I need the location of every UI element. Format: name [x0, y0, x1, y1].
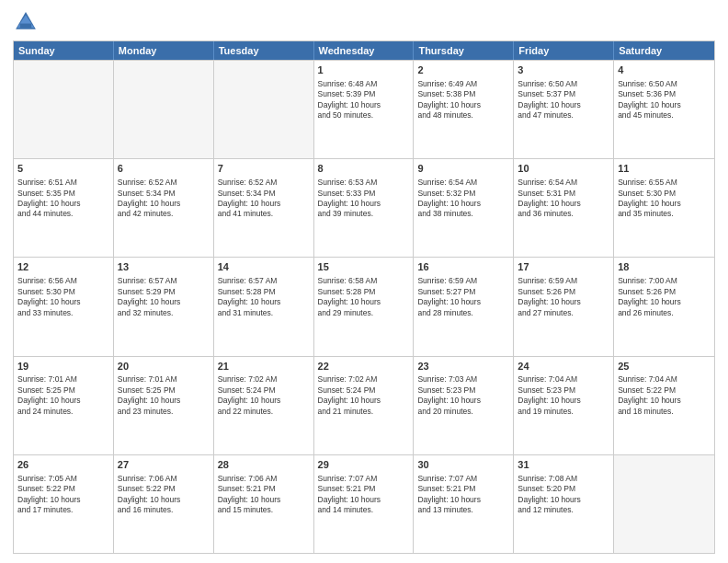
cal-cell-23: 23Sunrise: 7:03 AMSunset: 5:23 PMDayligh…: [414, 357, 514, 454]
day-info: Sunset: 5:23 PM: [518, 385, 609, 396]
day-number: 24: [518, 360, 609, 373]
day-info: Sunset: 5:21 PM: [318, 484, 410, 494]
day-info: Daylight: 10 hours: [218, 297, 310, 307]
day-info: Sunset: 5:25 PM: [17, 385, 109, 396]
day-number: 14: [218, 260, 310, 274]
calendar-row-0: 1Sunrise: 6:48 AMSunset: 5:39 PMDaylight…: [14, 60, 714, 158]
cal-cell-9: 9Sunrise: 6:54 AMSunset: 5:32 PMDaylight…: [414, 159, 514, 257]
cal-cell-27: 27Sunrise: 7:06 AMSunset: 5:22 PMDayligh…: [114, 455, 214, 553]
day-info: Daylight: 10 hours: [518, 100, 609, 110]
cal-cell-12: 12Sunrise: 6:56 AMSunset: 5:30 PMDayligh…: [14, 258, 114, 355]
cal-cell-empty-4-6: [614, 455, 714, 553]
day-info: Sunrise: 6:57 AM: [218, 276, 310, 286]
day-info: Sunset: 5:28 PM: [218, 287, 310, 297]
calendar-row-1: 5Sunrise: 6:51 AMSunset: 5:35 PMDaylight…: [14, 158, 714, 257]
day-info: Sunrise: 7:01 AM: [118, 374, 210, 385]
day-number: 7: [218, 162, 310, 176]
day-info: Daylight: 10 hours: [417, 297, 509, 307]
day-info: Sunrise: 6:53 AM: [318, 178, 410, 188]
day-number: 10: [518, 162, 609, 176]
cal-cell-empty-0-1: [114, 61, 214, 158]
page: SundayMondayTuesdayWednesdayThursdayFrid…: [0, 0, 728, 563]
day-info: Daylight: 10 hours: [118, 297, 210, 307]
day-info: Daylight: 10 hours: [318, 100, 410, 110]
day-info: Daylight: 10 hours: [17, 297, 109, 307]
calendar-header: SundayMondayTuesdayWednesdayThursdayFrid…: [14, 41, 714, 60]
cal-cell-28: 28Sunrise: 7:06 AMSunset: 5:21 PMDayligh…: [214, 455, 314, 553]
header-day-sunday: Sunday: [14, 41, 114, 60]
header-day-wednesday: Wednesday: [314, 41, 415, 60]
day-number: 21: [218, 360, 310, 373]
day-info: and 27 minutes.: [518, 308, 609, 318]
header-day-thursday: Thursday: [414, 41, 514, 60]
day-info: Sunset: 5:34 PM: [218, 189, 310, 199]
day-info: Sunrise: 6:54 AM: [518, 178, 609, 188]
day-info: Sunrise: 7:04 AM: [518, 374, 609, 385]
day-info: and 16 minutes.: [118, 505, 210, 515]
day-info: Daylight: 10 hours: [17, 495, 109, 505]
day-info: Daylight: 10 hours: [118, 495, 210, 505]
day-info: and 22 minutes.: [218, 407, 310, 417]
cal-cell-empty-0-0: [14, 61, 114, 158]
day-info: Sunrise: 7:00 AM: [618, 276, 711, 286]
day-info: and 13 minutes.: [417, 505, 509, 515]
cal-cell-20: 20Sunrise: 7:01 AMSunset: 5:25 PMDayligh…: [114, 357, 214, 454]
day-info: Sunset: 5:27 PM: [417, 287, 509, 297]
day-info: Daylight: 10 hours: [318, 199, 410, 209]
day-info: Sunrise: 6:58 AM: [318, 276, 410, 286]
day-info: and 36 minutes.: [518, 209, 609, 219]
cal-cell-19: 19Sunrise: 7:01 AMSunset: 5:25 PMDayligh…: [14, 357, 114, 454]
day-info: Sunrise: 7:03 AM: [417, 374, 509, 385]
day-info: Daylight: 10 hours: [518, 297, 609, 307]
day-info: Daylight: 10 hours: [618, 396, 711, 406]
day-info: Sunset: 5:21 PM: [218, 484, 310, 494]
header-day-saturday: Saturday: [614, 41, 714, 60]
day-info: Sunset: 5:38 PM: [417, 89, 509, 99]
day-info: Sunrise: 6:52 AM: [118, 178, 210, 188]
day-info: and 50 minutes.: [318, 110, 410, 121]
day-info: Sunrise: 7:07 AM: [318, 474, 410, 484]
day-number: 23: [417, 360, 509, 373]
day-info: Daylight: 10 hours: [618, 297, 711, 307]
day-number: 20: [118, 360, 210, 373]
day-info: Sunset: 5:30 PM: [17, 287, 109, 297]
day-info: Sunrise: 6:59 AM: [417, 276, 509, 286]
cal-cell-25: 25Sunrise: 7:04 AMSunset: 5:22 PMDayligh…: [614, 357, 714, 454]
cal-cell-24: 24Sunrise: 7:04 AMSunset: 5:23 PMDayligh…: [514, 357, 614, 454]
day-info: and 14 minutes.: [318, 505, 410, 515]
logo: [13, 9, 42, 35]
day-number: 30: [417, 458, 509, 472]
day-info: Daylight: 10 hours: [318, 495, 410, 505]
day-info: and 20 minutes.: [417, 407, 509, 417]
day-number: 6: [118, 162, 210, 176]
day-info: and 15 minutes.: [218, 505, 310, 515]
day-info: Sunset: 5:26 PM: [618, 287, 711, 297]
day-info: and 18 minutes.: [618, 407, 711, 417]
header-day-monday: Monday: [114, 41, 214, 60]
cal-cell-16: 16Sunrise: 6:59 AMSunset: 5:27 PMDayligh…: [414, 258, 514, 355]
day-info: Daylight: 10 hours: [618, 199, 711, 209]
day-info: Daylight: 10 hours: [318, 297, 410, 307]
day-info: Sunrise: 6:57 AM: [118, 276, 210, 286]
cal-cell-29: 29Sunrise: 7:07 AMSunset: 5:21 PMDayligh…: [314, 455, 415, 553]
day-number: 5: [17, 162, 109, 176]
day-info: Daylight: 10 hours: [518, 495, 609, 505]
day-info: and 21 minutes.: [318, 407, 410, 417]
day-number: 27: [118, 458, 210, 472]
day-info: Daylight: 10 hours: [318, 396, 410, 406]
day-info: Sunset: 5:24 PM: [318, 385, 410, 396]
header-day-friday: Friday: [514, 41, 614, 60]
cal-cell-6: 6Sunrise: 6:52 AMSunset: 5:34 PMDaylight…: [114, 159, 214, 257]
cal-cell-22: 22Sunrise: 7:02 AMSunset: 5:24 PMDayligh…: [314, 357, 415, 454]
day-info: Daylight: 10 hours: [417, 100, 509, 110]
day-info: and 29 minutes.: [318, 308, 410, 318]
day-info: and 19 minutes.: [518, 407, 609, 417]
header-day-tuesday: Tuesday: [214, 41, 314, 60]
day-info: Daylight: 10 hours: [17, 396, 109, 406]
day-number: 3: [518, 63, 609, 77]
cal-cell-17: 17Sunrise: 6:59 AMSunset: 5:26 PMDayligh…: [514, 258, 614, 355]
day-info: Sunset: 5:36 PM: [618, 89, 711, 99]
day-info: Sunset: 5:22 PM: [118, 484, 210, 494]
cal-cell-13: 13Sunrise: 6:57 AMSunset: 5:29 PMDayligh…: [114, 258, 214, 355]
day-number: 19: [17, 360, 109, 373]
